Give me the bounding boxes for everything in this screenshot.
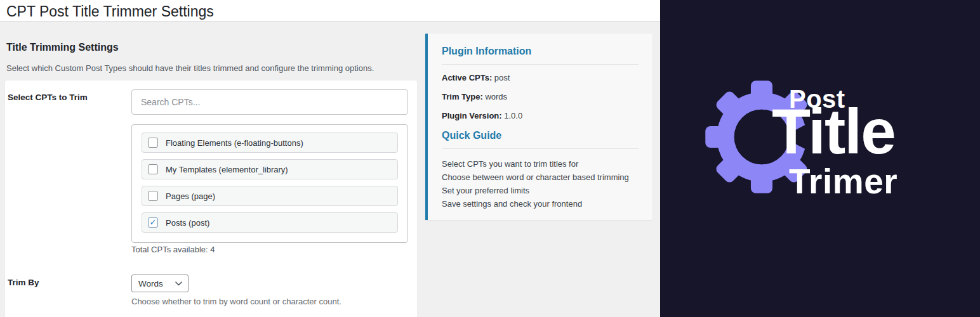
brand-word-title: Title — [772, 100, 895, 163]
divider — [442, 148, 639, 149]
checkbox-icon[interactable] — [148, 164, 158, 174]
brand-panel: Post Title Trimer — [660, 0, 980, 317]
checkbox-icon[interactable] — [148, 217, 158, 228]
cpt-list: Floating Elements (e-floating-buttons) M… — [131, 124, 408, 243]
cpt-search-input[interactable] — [131, 89, 408, 115]
trim-by-selected-value: Words — [138, 279, 163, 288]
cpt-option-label: Floating Elements (e-floating-buttons) — [166, 138, 303, 148]
info-item-plugin-version: Plugin Version: 1.0.0 — [442, 111, 639, 120]
page-title: CPT Post Title Trimmer Settings — [0, 0, 660, 20]
checkbox-icon[interactable] — [148, 191, 158, 201]
trim-by-description: Choose whether to trim by word count or … — [131, 297, 341, 306]
total-cpts-text: Total CPTs available: 4 — [131, 245, 215, 254]
divider — [442, 64, 639, 65]
section-heading: Title Trimming Settings — [6, 42, 119, 53]
guide-step: Select CPTs you want to trim titles for — [442, 157, 639, 171]
guide-step: Set your preferred limits — [442, 184, 639, 197]
cpt-option-my-templates[interactable]: My Templates (elementor_library) — [142, 159, 398, 179]
plugin-info-sidebar: Plugin Information Active CPTs: post Tri… — [425, 34, 652, 220]
cpt-option-posts[interactable]: Posts (post) — [142, 212, 398, 233]
info-item-trim-type: Trim Type: words — [442, 92, 639, 101]
checkbox-icon[interactable] — [148, 138, 158, 148]
info-item-active-cpts: Active CPTs: post — [442, 73, 639, 82]
cpt-option-label: My Templates (elementor_library) — [166, 165, 288, 174]
trim-by-label: Trim By — [8, 278, 128, 287]
cpt-option-pages[interactable]: Pages (page) — [142, 186, 398, 206]
plugin-info-heading: Plugin Information — [442, 46, 639, 57]
section-description: Select which Custom Post Types should ha… — [6, 63, 374, 73]
cpt-option-label: Pages (page) — [166, 191, 215, 201]
page-header: CPT Post Title Trimmer Settings — [0, 0, 660, 22]
guide-step: Choose between word or character based t… — [442, 171, 639, 184]
settings-form-card: Select CPTs to Trim Floating Elements (e… — [5, 81, 417, 317]
admin-main-area: CPT Post Title Trimmer Settings Title Tr… — [0, 0, 660, 317]
chevron-down-icon — [175, 281, 182, 286]
cpt-option-floating-elements[interactable]: Floating Elements (e-floating-buttons) — [142, 133, 398, 153]
cpt-option-label: Posts (post) — [166, 218, 209, 228]
cpt-field-label: Select CPTs to Trim — [8, 93, 128, 102]
guide-step: Save settings and check your frontend — [442, 197, 639, 210]
quick-guide-heading: Quick Guide — [442, 130, 639, 141]
brand-word-trimer: Trimer — [789, 164, 897, 199]
trim-by-select[interactable]: Words — [131, 275, 189, 292]
